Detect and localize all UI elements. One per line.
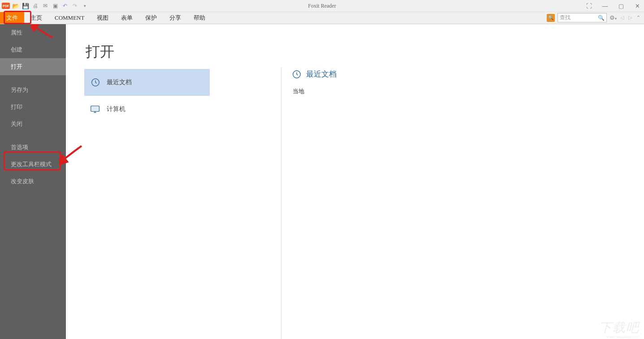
tab-file[interactable]: 文件 [0, 12, 24, 24]
nav-collapse-icon[interactable]: ⌃ [635, 15, 641, 21]
sidebar-item-properties[interactable]: 属性 [0, 24, 66, 41]
qat-undo-icon[interactable]: ↶ [61, 2, 69, 10]
qat-redo-icon[interactable]: ↷ [71, 2, 79, 10]
tab-protect[interactable]: 保护 [139, 12, 163, 24]
sidebar-item-preferences[interactable]: 首选项 [0, 139, 66, 156]
page-title: 打开 [86, 42, 114, 62]
vertical-divider [281, 67, 281, 339]
open-source-list: 最近文档 计算机 [84, 69, 210, 123]
tab-form[interactable]: 表单 [115, 12, 139, 24]
qat-save-icon[interactable]: 💾 [22, 2, 30, 10]
svg-rect-2 [92, 107, 98, 110]
restore-window-icon[interactable]: ⛶ [584, 2, 594, 10]
open-source-label: 最近文档 [107, 78, 132, 86]
nav-prev-icon[interactable]: ◁ [619, 15, 625, 21]
sidebar-item-toolbar-mode[interactable]: 更改工具栏模式 [0, 156, 66, 173]
main-panel: 打开 最近文档 计算机 最近文档 当地 下载吧 www.xiazaiba.com [66, 24, 644, 339]
ribbon-tabs: 文件 主页 COMMENT 视图 表单 保护 分享 帮助 🔍 查找 🔍 ⚙▾ ◁… [0, 12, 644, 24]
tab-home[interactable]: 主页 [24, 12, 48, 24]
sidebar-item-print[interactable]: 打印 [0, 99, 66, 116]
watermark: 下载吧 [599, 319, 640, 336]
minimize-icon[interactable]: — [600, 2, 610, 10]
maximize-icon[interactable]: ▢ [616, 2, 626, 10]
sidebar-item-close[interactable]: 关闭 [0, 116, 66, 133]
tab-help[interactable]: 帮助 [187, 12, 212, 24]
tab-view[interactable]: 视图 [91, 12, 115, 24]
clock-icon [292, 69, 302, 79]
qat-pdf-icon: PDF [2, 2, 10, 10]
tab-share[interactable]: 分享 [163, 12, 187, 24]
recent-subtitle: 当地 [293, 87, 337, 95]
sidebar-separator [0, 133, 66, 139]
sidebar-item-open[interactable]: 打开 [0, 58, 66, 75]
search-placeholder: 查找 [560, 14, 571, 21]
find-icon[interactable]: 🔍 [547, 14, 555, 22]
search-submit-icon[interactable]: 🔍 [598, 15, 605, 21]
qat-print-icon[interactable]: 🖨 [31, 2, 39, 10]
tab-comment[interactable]: COMMENT [48, 12, 91, 24]
nav-next-icon[interactable]: ▷ [627, 15, 633, 21]
sidebar-item-create[interactable]: 创建 [0, 41, 66, 58]
settings-gear-icon[interactable]: ⚙▾ [609, 14, 617, 21]
qat-customize-icon[interactable]: ▾ [81, 2, 89, 10]
sidebar-separator [0, 75, 66, 82]
qat-snapshot-icon[interactable]: ▣ [51, 2, 59, 10]
recent-heading: 最近文档 [292, 69, 337, 79]
open-source-recent[interactable]: 最近文档 [84, 69, 210, 96]
open-source-label: 计算机 [107, 105, 125, 113]
recent-title: 最近文档 [306, 69, 337, 79]
computer-icon [90, 103, 101, 115]
sidebar-item-change-skin[interactable]: 改变皮肤 [0, 173, 66, 190]
app-title: Foxit Reader [308, 3, 336, 9]
recent-panel: 最近文档 当地 [292, 69, 337, 95]
open-source-computer[interactable]: 计算机 [84, 96, 210, 123]
clock-icon [90, 77, 101, 88]
file-menu-sidebar: 属性 创建 打开 另存为 打印 关闭 首选项 更改工具栏模式 改变皮肤 [0, 24, 66, 339]
qat-open-icon[interactable]: 📂 [12, 2, 20, 10]
close-icon[interactable]: ✕ [632, 2, 642, 10]
sidebar-item-saveas[interactable]: 另存为 [0, 82, 66, 99]
qat-mail-icon[interactable]: ✉ [41, 2, 49, 10]
search-input[interactable]: 查找 🔍 [558, 13, 607, 22]
